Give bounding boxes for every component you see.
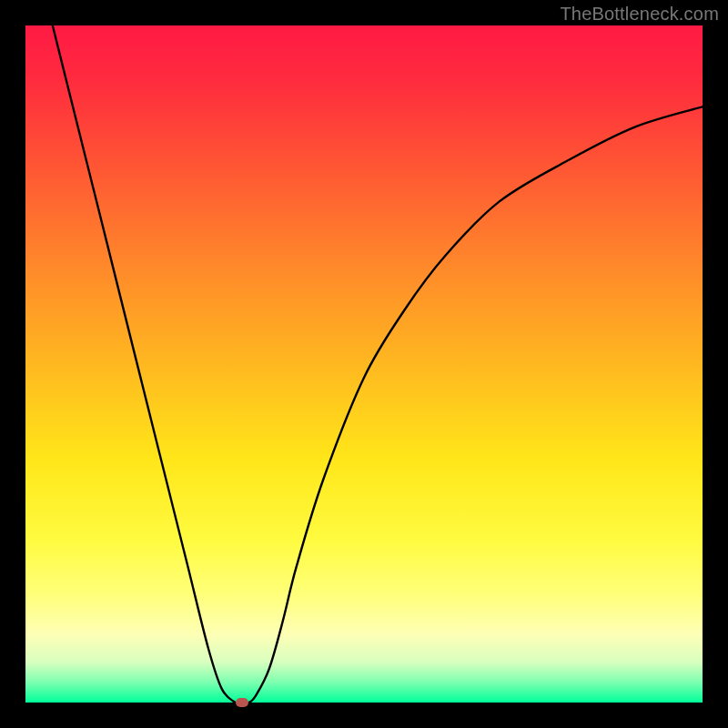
chart-frame: TheBottleneck.com [0,0,728,728]
optimum-marker [236,698,248,707]
curve-svg [25,25,703,703]
bottleneck-curve [53,25,703,703]
plot-area [25,25,703,703]
watermark-text: TheBottleneck.com [560,4,719,25]
